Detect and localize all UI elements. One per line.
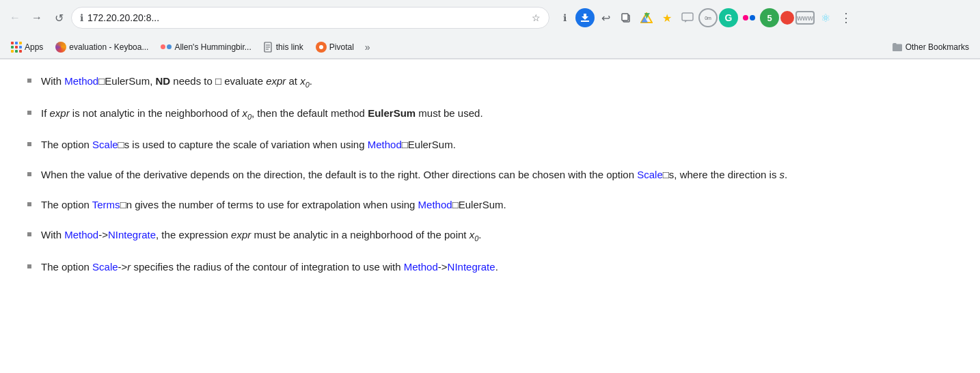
list-item-text: When the value of the derivative depends… — [41, 167, 939, 183]
svg-point-11 — [319, 45, 323, 49]
more-button[interactable]: ⋮ — [836, 8, 856, 27]
list-item: The option Scale->r specifies the radius… — [27, 259, 939, 275]
expr-italic-1: expr — [266, 75, 286, 87]
evaluation-label: evaluation - Keyboa... — [69, 42, 148, 52]
bookmark-allens[interactable]: Allen's Hummingbir... — [155, 40, 256, 55]
s-italic: s — [780, 169, 785, 180]
method-link-4[interactable]: Method — [64, 229, 98, 240]
folder-icon — [892, 42, 903, 52]
list-item-text: With Method->NIntegrate, the expression … — [41, 227, 939, 245]
copy-icon[interactable] — [616, 8, 636, 27]
nav-bar: ← → ↺ ℹ 172.20.20.20:8... ☆ ℹ ↩ — [0, 0, 980, 36]
reload-button[interactable]: ↺ — [49, 8, 68, 27]
info-toolbar-icon[interactable]: ℹ — [555, 8, 574, 27]
history-icon[interactable]: ↩ — [596, 8, 615, 27]
calendar-icon[interactable]: 5 — [760, 8, 779, 27]
nd-bold: ND — [155, 75, 170, 87]
other-bookmarks-label: Other Bookmarks — [906, 42, 969, 52]
forward-button[interactable]: → — [27, 8, 46, 27]
bookmark-pivotal[interactable]: Pivotal — [310, 39, 359, 55]
main-content: With Method□EulerSum, ND needs to □ eval… — [0, 59, 980, 333]
other-bookmarks[interactable]: Other Bookmarks — [886, 40, 975, 55]
bullet-marker — [27, 79, 31, 83]
pivotal-icon — [316, 42, 327, 53]
bookmark-thislink[interactable]: this link — [258, 39, 309, 55]
x0-sub-3: x0 — [469, 229, 479, 240]
pivotal-label: Pivotal — [329, 42, 354, 52]
allens-icon — [161, 44, 172, 49]
bullet-marker — [27, 142, 31, 146]
method-link-3[interactable]: Method — [418, 199, 452, 210]
more-bookmarks-button[interactable]: » — [361, 39, 375, 55]
scale-link-3[interactable]: Scale — [92, 261, 118, 273]
toolbar-icons: ℹ ↩ ★ — [555, 8, 856, 27]
allens-label: Allen's Hummingbir... — [174, 42, 251, 52]
list-item-text: The option Scale□s is used to capture th… — [41, 137, 939, 153]
thislink-label: this link — [276, 42, 303, 52]
svg-rect-0 — [581, 20, 589, 22]
nintegrate-link-1[interactable]: NIntegrate — [108, 229, 156, 240]
react-icon[interactable]: ⚛ — [816, 8, 835, 27]
bullet-marker — [27, 111, 31, 115]
list-item: The option Terms□n gives the number of t… — [27, 197, 939, 213]
expr-italic-2: expr — [50, 107, 70, 119]
svg-rect-2 — [622, 14, 628, 20]
scale-link-2[interactable]: Scale — [637, 169, 663, 180]
list-item-text: The option Scale->r specifies the radius… — [41, 259, 939, 275]
bullet-marker — [27, 232, 31, 236]
grammarly-icon[interactable]: G — [719, 8, 738, 27]
expr-italic-3: expr — [231, 229, 251, 240]
bullet-marker — [27, 172, 31, 176]
star-icon: ☆ — [532, 12, 541, 23]
list-item-text: With Method□EulerSum, ND needs to □ eval… — [41, 73, 939, 92]
r-italic: r — [127, 261, 131, 273]
method-link-5[interactable]: Method — [404, 261, 438, 273]
doc-icon — [264, 42, 273, 53]
list-item: When the value of the derivative depends… — [27, 167, 939, 183]
x0-sub-1: x0 — [300, 75, 310, 87]
apps-label: Apps — [25, 42, 43, 52]
terms-link[interactable]: Terms — [92, 199, 120, 210]
svg-rect-6 — [682, 13, 693, 20]
browser-chrome: ← → ↺ ℹ 172.20.20.20:8... ☆ ℹ ↩ — [0, 0, 980, 59]
bookmark-evaluation[interactable]: evaluation - Keyboa... — [50, 39, 154, 55]
info-icon: ℹ — [80, 12, 83, 23]
bookmark-ext-icon[interactable]: ★ — [657, 8, 677, 27]
evaluation-icon — [55, 42, 66, 53]
method-link-2[interactable]: Method — [368, 139, 402, 150]
list-item-text: The option Terms□n gives the number of t… — [41, 197, 939, 213]
list-item: If expr is not analytic in the neighborh… — [27, 105, 939, 124]
apps-grid-icon — [11, 42, 22, 53]
x0-sub-2: x0 — [242, 107, 251, 119]
www-icon[interactable]: www — [795, 11, 815, 25]
scale-link-1[interactable]: Scale — [92, 139, 118, 150]
back-button[interactable]: ← — [5, 8, 25, 27]
list-item: The option Scale□s is used to capture th… — [27, 137, 939, 153]
bullet-marker — [27, 202, 31, 206]
bullet-list: With Method□EulerSum, ND needs to □ eval… — [27, 73, 939, 275]
red-circle-icon[interactable] — [780, 11, 794, 25]
address-bar[interactable]: ℹ 172.20.20.20:8... ☆ — [71, 7, 549, 29]
url-text: 172.20.20.20:8... — [87, 12, 528, 23]
list-item-text: If expr is not analytic in the neighborh… — [41, 105, 939, 124]
timer-icon[interactable]: 0m — [698, 8, 718, 27]
flickr-icon[interactable] — [739, 8, 759, 27]
list-item: With Method□EulerSum, ND needs to □ eval… — [27, 73, 939, 92]
bookmarks-bar: Apps evaluation - Keyboa... Allen's Humm… — [0, 36, 980, 59]
speech-icon[interactable] — [678, 8, 697, 27]
download-icon[interactable] — [575, 8, 595, 27]
drive-icon[interactable] — [637, 8, 656, 27]
method-link-1[interactable]: Method — [64, 75, 98, 87]
list-item: With Method->NIntegrate, the expression … — [27, 227, 939, 245]
bullet-marker — [27, 264, 31, 268]
bookmark-apps[interactable]: Apps — [5, 39, 49, 55]
nintegrate-link-2[interactable]: NIntegrate — [448, 261, 495, 273]
eulersum-bold: EulerSum — [368, 107, 416, 119]
